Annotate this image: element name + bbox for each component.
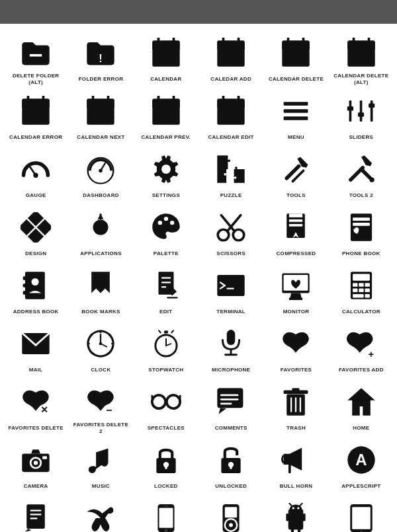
svg-rect-193	[287, 513, 289, 521]
icon-label-folder-minus: DELETE FOLDER (alt)	[6, 73, 66, 86]
settings-icon	[151, 152, 181, 186]
tools-icon	[281, 152, 311, 186]
svg-rect-171	[230, 465, 232, 469]
icon-item-ipod: IPOD	[198, 496, 263, 532]
icon-item-music: MUSIC	[68, 437, 133, 496]
svg-text:+: +	[368, 349, 374, 359]
icon-item-comments: COMMENTS	[198, 379, 263, 437]
bookmarks-icon	[85, 268, 116, 303]
svg-line-135	[171, 330, 173, 332]
svg-text:▶: ▶	[106, 110, 116, 122]
icon-label-mail: MAIL	[29, 363, 43, 377]
svg-line-66	[29, 165, 36, 175]
svg-rect-10	[217, 47, 244, 50]
svg-rect-0	[30, 54, 42, 57]
icon-item-sliders: SLIDERS	[329, 89, 394, 147]
svg-point-192	[298, 507, 300, 509]
icon-item-calendar-error: !CALENDAR ERROR	[3, 89, 68, 147]
icon-label-tools: TOOLS	[287, 189, 306, 202]
svg-text:2: 2	[291, 53, 296, 63]
icon-item-locked: LOCKED	[134, 437, 198, 496]
calculator-icon	[346, 268, 376, 303]
svg-rect-60	[360, 100, 363, 122]
edit-icon	[151, 268, 181, 303]
svg-text:2: 2	[356, 53, 361, 63]
icon-item-home: HOME	[329, 379, 394, 437]
icon-item-tools: TOOLS	[263, 147, 328, 205]
icon-label-calendar-prev: CALENDAR PREV.	[142, 131, 191, 144]
svg-rect-196	[298, 527, 300, 532]
stopwatch-icon	[151, 326, 181, 361]
svg-rect-37	[87, 105, 114, 108]
icon-grid: DELETE FOLDER (alt)!FOLDER ERROR2CALENDA…	[0, 24, 397, 532]
icon-item-puzzle: PUZZLE	[198, 147, 263, 205]
icon-label-palette: PALETTE	[154, 247, 179, 260]
svg-point-186	[229, 523, 233, 527]
calendar-icon: 2	[151, 36, 181, 70]
svg-text:2: 2	[226, 53, 231, 63]
svg-text:✕: ✕	[40, 405, 48, 415]
ipad-icon	[346, 501, 376, 532]
icon-label-calendar-add: CALEDAR ADD	[210, 73, 251, 86]
unlocked-icon	[216, 443, 246, 477]
icon-item-unlocked: UNLOCKED	[198, 437, 263, 496]
mail-icon	[21, 326, 51, 361]
icon-label-calculator: CALCULATOR	[342, 305, 380, 319]
icon-label-monitor: MONITOR	[283, 305, 310, 319]
icon-item-folder-warning: !FOLDER ERROR	[68, 30, 133, 89]
svg-rect-98	[23, 291, 26, 295]
icon-item-bullhorn: BULL HORN	[263, 437, 328, 496]
icon-item-favorites-add: +FAVORITES ADD	[329, 321, 394, 379]
tools2-icon	[346, 152, 376, 186]
icon-label-scissors: SCISSORS	[216, 247, 245, 260]
icon-item-compressed: COMPRESSED	[263, 205, 328, 263]
icon-item-calendar-delete: 2✕CALENDAR DELETE	[263, 30, 328, 89]
icon-label-dashboard: DASHBOARD	[83, 189, 119, 202]
svg-text:2: 2	[96, 111, 101, 122]
svg-text:!: !	[99, 52, 103, 65]
icon-item-stopwatch: STOPWATCH	[134, 321, 198, 379]
svg-text:2: 2	[165, 111, 171, 122]
svg-text:+: +	[236, 52, 243, 65]
svg-rect-117	[353, 289, 357, 293]
folder-minus-icon	[21, 36, 51, 70]
svg-rect-24	[347, 47, 375, 50]
calendar-prev-icon: 2◀	[151, 94, 181, 128]
music-icon	[85, 443, 116, 477]
icon-item-favorites-delete: ✕FAVORITES DELETE	[3, 379, 68, 437]
svg-rect-95	[25, 272, 45, 299]
svg-rect-165	[42, 456, 47, 459]
svg-rect-93	[353, 217, 370, 221]
svg-text:◀: ◀	[152, 110, 162, 122]
icon-label-calendar-next: CALENDAR NEXT	[77, 131, 124, 144]
svg-rect-120	[353, 294, 364, 298]
svg-point-81	[157, 221, 161, 225]
calendar-error-icon: !	[21, 94, 51, 128]
svg-rect-111	[289, 297, 302, 300]
monitor-icon	[281, 268, 311, 303]
svg-line-69	[101, 163, 105, 171]
terminal-icon	[216, 268, 246, 303]
icon-label-design: DESIGN	[25, 247, 46, 260]
icon-item-dashboard: DASHBOARD	[68, 147, 133, 205]
icon-item-scissors: SCISSORS	[198, 205, 263, 263]
svg-rect-31	[22, 105, 49, 108]
icon-item-calendar-prev: 2◀CALENDAR PREV.	[134, 89, 198, 147]
svg-rect-115	[359, 283, 363, 287]
svg-rect-17	[283, 47, 310, 50]
dove-icon	[85, 501, 116, 532]
icon-item-android: ANDROID	[263, 496, 328, 532]
svg-rect-62	[347, 106, 353, 110]
icon-label-gauge: GAUGE	[26, 189, 46, 202]
android-icon	[281, 501, 311, 532]
svg-text:!: !	[34, 109, 38, 123]
svg-rect-4	[152, 47, 179, 50]
svg-point-75	[369, 177, 374, 182]
icon-item-edit: EDIT	[134, 263, 198, 321]
icon-item-calendar: 2CALENDAR	[134, 30, 198, 89]
scissors-icon	[216, 210, 246, 245]
icon-label-calendar-error: CALENDAR ERROR	[9, 131, 62, 144]
icon-label-trash: TRASH	[287, 422, 306, 435]
svg-point-147	[167, 395, 180, 408]
icon-label-clock: CLOCK	[91, 363, 111, 377]
